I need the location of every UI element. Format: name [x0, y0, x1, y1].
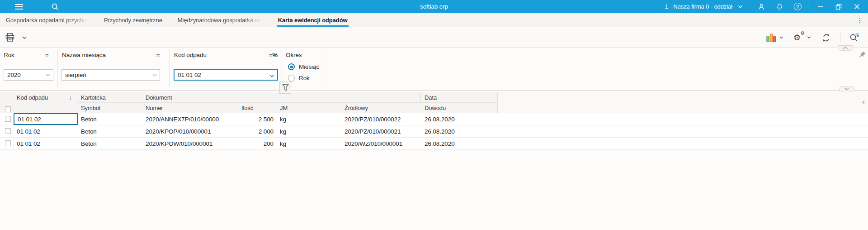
row-checkbox[interactable] — [5, 140, 11, 146]
chevron-down-icon — [269, 74, 274, 78]
title-bar: softlab erp 1 - Nasza firma 0 - oddział … — [0, 0, 868, 13]
group-header-dokument[interactable]: Dokument — [142, 92, 420, 102]
expand-filter-panel-button[interactable] — [839, 86, 854, 91]
cell-symbol[interactable]: Beton — [78, 138, 142, 149]
filter-operator-like[interactable]: =% — [269, 52, 278, 58]
filter-label-rok: Rok — [4, 52, 14, 58]
radio-selected-icon — [288, 63, 295, 70]
filter-separator — [322, 50, 322, 88]
column-header-ilosc[interactable]: Ilość — [238, 102, 277, 113]
tab-bar: Gospodarka odpadami przychodowo/ro Przyc… — [0, 13, 868, 27]
minimize-icon — [818, 4, 824, 10]
chevron-down-icon — [152, 74, 157, 77]
person-icon — [757, 3, 765, 11]
kod-odpadu-value: 01 01 02 — [178, 72, 201, 78]
toolbar-separator — [840, 33, 840, 42]
column-header-dowodu[interactable]: Dowodu — [421, 102, 497, 113]
cell-zrodlowy[interactable]: 2020/PZ/010/000022 — [341, 113, 421, 125]
cell-jm[interactable]: kg — [277, 138, 341, 149]
column-header-jm[interactable]: JM — [277, 102, 341, 113]
minimize-button[interactable] — [815, 0, 826, 13]
settings-gears-icon: ⚙ ⚙ — [793, 32, 804, 43]
filter-label-okres: Okres — [286, 52, 302, 58]
okres-option-miesiac[interactable]: Miesiąc — [288, 63, 319, 70]
tab-overflow-menu-button[interactable]: ⋮ — [855, 13, 864, 27]
scroll-left-indicator[interactable] — [862, 100, 864, 105]
table-row[interactable]: 01 01 02 Beton 2020/ANNEX7P/010/00000 2 … — [0, 113, 868, 125]
cell-numer[interactable]: 2020/ANNEX7P/010/00000 — [142, 113, 238, 125]
kod-odpadu-select[interactable]: 01 01 02 — [174, 69, 278, 81]
table-row[interactable]: 01 01 02 Beton 2020/KPOW/010/000001 200 … — [0, 138, 868, 150]
chart-view-button[interactable] — [766, 32, 777, 43]
filter-label-kod-odpadu: Kod odpadu — [174, 52, 207, 58]
cell-symbol[interactable]: Beton — [78, 113, 142, 125]
apply-filter-button[interactable] — [279, 81, 291, 94]
cell-symbol[interactable]: Beton — [78, 125, 142, 137]
settings-button[interactable]: ⚙ ⚙ — [793, 32, 804, 43]
tab-miedzynarodowa-gospodarka[interactable]: Międzynarodowa gospodarka odpadam — [170, 13, 270, 27]
row-checkbox[interactable] — [5, 128, 11, 134]
cell-ilosc[interactable]: 2 000 — [238, 125, 277, 137]
pin-panel-button[interactable] — [859, 51, 867, 59]
help-icon: ? — [794, 3, 802, 10]
filter-operator-equals[interactable]: = — [156, 52, 160, 58]
company-selector-label: 1 - Nasza firma 0 - oddział — [665, 3, 732, 10]
company-selector-chevron[interactable] — [738, 5, 743, 9]
user-profile-button[interactable] — [755, 0, 767, 13]
funnel-icon — [282, 84, 289, 91]
tab-label: Przychody zewnętrzne — [104, 17, 162, 24]
search-filter-icon — [849, 32, 860, 43]
group-header-kartoteka[interactable]: Kartoteka — [78, 92, 142, 102]
row-checkbox[interactable] — [5, 116, 11, 122]
print-button[interactable] — [5, 32, 15, 43]
cell-kod-odpadu[interactable]: 01 01 02 — [14, 138, 78, 149]
restore-button[interactable] — [833, 0, 844, 13]
help-button[interactable]: ? — [792, 0, 803, 13]
chart-options-chevron[interactable] — [779, 36, 783, 39]
tab-karta-ewidencji-odpadow[interactable]: Karta ewidencji odpadów — [270, 13, 355, 27]
toolbar: ⚙ ⚙ — [0, 27, 868, 48]
cell-data-dowodu[interactable]: 26.08.2020 — [421, 113, 497, 125]
cell-ilosc[interactable]: 200 — [238, 138, 277, 149]
collapse-filter-panel-button[interactable] — [838, 45, 853, 51]
cell-ilosc[interactable]: 2 500 — [238, 113, 277, 125]
cell-data-dowodu[interactable]: 26.08.2020 — [421, 138, 497, 149]
rok-select[interactable]: 2020 — [4, 69, 53, 81]
table-row[interactable]: 01 01 02 Beton 2020/KPOP/010/000001 2 00… — [0, 125, 868, 138]
cell-numer[interactable]: 2020/KPOW/010/000001 — [142, 138, 238, 149]
cell-zrodlowy[interactable]: 2020/PZ/010/000021 — [341, 125, 421, 137]
cell-data-dowodu[interactable]: 26.08.2020 — [421, 125, 497, 137]
radio-label: Miesiąc — [299, 63, 319, 70]
column-header-zrodlowy[interactable]: Źródłowy — [341, 102, 421, 113]
bar-chart-icon — [766, 33, 777, 43]
column-header-numer[interactable]: Numer — [142, 102, 238, 113]
notifications-button[interactable] — [774, 0, 785, 13]
tab-label: Gospodarka odpadami przychodowo/ro — [6, 17, 89, 24]
cell-kod-odpadu[interactable]: 01 01 02 — [14, 113, 78, 125]
tab-gospodarka-odpadami[interactable]: Gospodarka odpadami przychodowo/ro — [6, 13, 96, 27]
filter-operator-equals[interactable]: = — [45, 52, 49, 58]
cell-jm[interactable]: kg — [277, 125, 341, 137]
settings-options-chevron[interactable] — [807, 36, 811, 39]
okres-option-rok[interactable]: Rok — [288, 75, 310, 81]
nazwa-miesiaca-select[interactable]: sierpień — [61, 69, 160, 81]
filter-separator — [169, 50, 170, 88]
select-all-checkbox[interactable] — [5, 106, 11, 112]
cell-jm[interactable]: kg — [277, 113, 341, 125]
restore-icon — [835, 4, 842, 10]
header-column-divider — [497, 92, 498, 113]
column-header-symbol[interactable]: Symbol — [78, 102, 142, 113]
search-in-results-button[interactable] — [849, 32, 860, 43]
close-button[interactable] — [851, 0, 863, 13]
sort-descending-icon[interactable]: ↓ — [69, 92, 72, 102]
refresh-button[interactable] — [821, 32, 831, 43]
cell-kod-odpadu[interactable]: 01 01 02 — [14, 125, 78, 137]
cell-zrodlowy[interactable]: 2020/WZ/010/000001 — [341, 138, 421, 149]
kebab-menu-icon: ⋮ — [857, 16, 863, 24]
tab-przychody-zewnetrzne[interactable]: Przychody zewnętrzne — [96, 13, 170, 27]
print-options-chevron[interactable] — [22, 36, 27, 39]
cell-numer[interactable]: 2020/KPOP/010/000001 — [142, 125, 238, 137]
group-header-data[interactable]: Data — [421, 92, 497, 102]
column-header-kod-odpadu[interactable]: Kod odpadu — [14, 92, 78, 113]
radio-unselected-icon — [288, 75, 295, 81]
